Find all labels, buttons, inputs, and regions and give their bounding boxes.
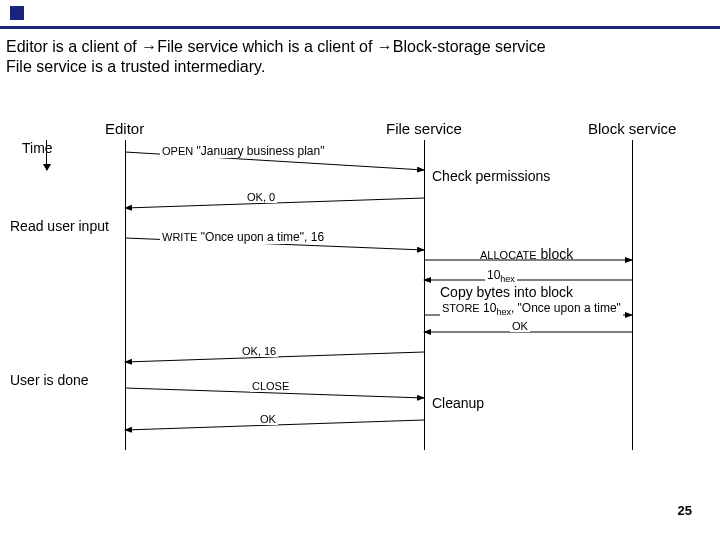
note-copy-bytes: Copy bytes into block [440,284,573,300]
write-keyword: WRITE [162,231,197,243]
arrows-svg [40,120,680,460]
arrow-glyph-2: → [377,38,393,55]
arrow-glyph-1: → [141,38,157,55]
bullet-square-icon [10,6,24,20]
ten: 10 [487,268,500,282]
note-cleanup: Cleanup [432,395,484,411]
write-arg: "Once upon a time", 16 [201,230,324,244]
msg-ok0: OK, 0 [245,191,277,203]
note-read-user-input: Read user input [10,218,109,234]
allocate-text: block [537,246,574,262]
text-line-1c: Block-storage service [393,38,546,55]
sequence-diagram: Time Editor File service Block service [40,120,680,460]
text-line-1a: Editor is a client of [6,38,141,55]
note-allocate-block: ALLOCATE block [480,246,573,262]
msg-ok16: OK, 16 [240,345,278,357]
msg-ok-block: OK [510,320,530,332]
hex-suffix-1: hex [500,274,515,284]
msg-store: STORE 10hex, "Once upon a time" [440,301,623,317]
msg-close: CLOSE [250,380,291,392]
hex-suffix-2: hex [496,307,511,317]
slide-text: Editor is a client of →File service whic… [6,37,714,77]
msg-write: WRITE "Once upon a time", 16 [160,230,326,244]
msg-open: OPEN "January business plan" [160,144,326,158]
page-number: 25 [678,503,692,518]
open-arg: "January business plan" [197,144,325,158]
allocate-keyword: ALLOCATE [480,249,537,261]
msg-tenhex: 10hex [485,268,517,284]
slide-top-bar [0,0,720,29]
store-arg: "Once upon a time" [518,301,621,315]
store-ten: 10 [483,301,496,315]
note-user-is-done: User is done [10,372,89,388]
text-line-2: File service is a trusted intermediary. [6,58,265,75]
msg-ok-final: OK [258,413,278,425]
text-line-1b: File service which is a client of [157,38,377,55]
store-keyword: STORE [442,302,480,314]
open-keyword: OPEN [162,145,193,157]
note-check-permissions: Check permissions [432,168,550,184]
